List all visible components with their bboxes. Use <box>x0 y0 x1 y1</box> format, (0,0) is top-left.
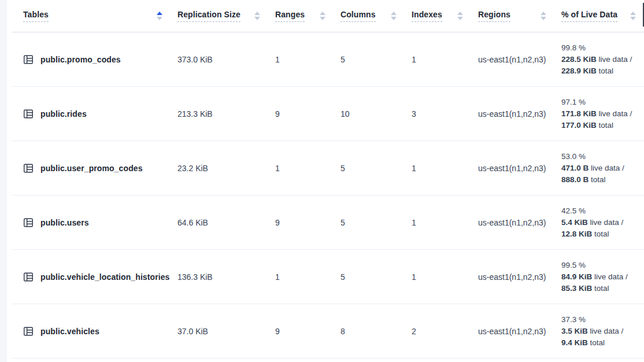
live-data-percent: 99.5 % <box>561 260 586 271</box>
table-name-cell: public.promo_codes <box>12 32 171 86</box>
ranges-cell: 1 <box>268 32 334 86</box>
columns-cell: 5 <box>334 32 405 86</box>
total-data-size: 228.9 KiB total <box>561 65 613 77</box>
total-data-size: 888.0 B total <box>561 174 606 186</box>
table-name-cell: public.user_promo_codes <box>12 141 171 195</box>
indexes-cell: 1 <box>405 32 471 86</box>
columns-cell: 5 <box>334 250 405 304</box>
table-icon <box>23 163 34 173</box>
replication-size-cell: 136.3 KiB <box>171 250 268 304</box>
column-header-label: % of Live Data <box>561 10 617 22</box>
column-header-regions[interactable]: Regions <box>471 0 554 32</box>
page-left-gutter <box>0 0 7 362</box>
regions-cell: us-east1(n1,n2,n3) <box>471 250 554 304</box>
table-name-link[interactable]: public.rides <box>40 109 87 119</box>
column-header-replication-size[interactable]: Replication Size <box>171 0 268 32</box>
live-data-cell: 99.8 % 228.5 KiB live data / 228.9 KiB t… <box>554 32 644 86</box>
live-data-size: 171.8 KiB live data / <box>561 108 632 120</box>
table-name-cell: public.vehicle_location_histories <box>12 250 171 304</box>
indexes-cell: 3 <box>405 87 471 141</box>
live-data-cell: 37.3 % 3.5 KiB live data / 9.4 KiB total <box>554 304 644 358</box>
table-row[interactable]: public.rides 213.3 KiB 9 10 3 us-east1(n… <box>12 87 644 141</box>
table-row[interactable]: public.vehicle_location_histories 136.3 … <box>12 250 644 304</box>
table-name-link[interactable]: public.promo_codes <box>40 55 121 64</box>
replication-size-cell: 37.0 KiB <box>171 304 268 358</box>
ranges-cell: 1 <box>268 250 334 304</box>
live-data-cell: 99.5 % 84.9 KiB live data / 85.3 KiB tot… <box>554 250 644 304</box>
live-data-percent: 42.5 % <box>561 205 586 217</box>
column-header-pct-live-data[interactable]: % of Live Data <box>554 0 644 32</box>
column-header-label: Regions <box>478 10 510 22</box>
table-icon <box>23 217 34 228</box>
table-header-row: Tables Replication Size Ranges Columns I… <box>12 0 644 32</box>
total-data-size: 85.3 KiB total <box>561 283 609 294</box>
table-name-cell: public.rides <box>12 87 171 141</box>
column-header-tables[interactable]: Tables <box>12 0 171 32</box>
column-header-label: Columns <box>340 10 376 22</box>
table-row[interactable]: public.vehicles 37.0 KiB 9 8 2 us-east1(… <box>12 304 644 359</box>
table-name-cell: public.vehicles <box>12 304 171 358</box>
database-tables-table: Tables Replication Size Ranges Columns I… <box>12 0 644 359</box>
column-header-label: Replication Size <box>177 10 240 22</box>
replication-size-cell: 23.2 KiB <box>171 141 268 195</box>
live-data-size: 3.5 KiB live data / <box>561 326 623 337</box>
column-header-indexes[interactable]: Indexes <box>405 0 471 32</box>
sort-arrows-icon[interactable] <box>254 12 260 20</box>
live-data-cell: 97.1 % 171.8 KiB live data / 177.0 KiB t… <box>554 87 644 141</box>
table-name-link[interactable]: public.users <box>40 218 89 227</box>
live-data-size: 5.4 KiB live data / <box>561 217 623 228</box>
table-icon <box>23 109 34 119</box>
ranges-cell: 1 <box>268 141 334 195</box>
ranges-cell: 9 <box>268 87 334 141</box>
columns-cell: 8 <box>334 304 405 358</box>
column-header-columns[interactable]: Columns <box>334 0 405 32</box>
table-row[interactable]: public.user_promo_codes 23.2 KiB 1 5 1 u… <box>12 141 644 195</box>
regions-cell: us-east1(n1,n2,n3) <box>471 87 554 141</box>
table-icon <box>23 272 34 282</box>
column-header-ranges[interactable]: Ranges <box>268 0 334 32</box>
table-body: public.promo_codes 373.0 KiB 1 5 1 us-ea… <box>12 32 644 359</box>
column-header-label: Tables <box>23 10 49 22</box>
total-data-size: 12.8 KiB total <box>561 228 609 240</box>
sort-arrows-icon[interactable] <box>630 12 636 20</box>
live-data-percent: 99.8 % <box>561 42 586 54</box>
table-icon <box>23 54 34 65</box>
table-row[interactable]: public.promo_codes 373.0 KiB 1 5 1 us-ea… <box>12 32 644 87</box>
replication-size-cell: 213.3 KiB <box>171 87 268 141</box>
column-header-label: Indexes <box>412 10 442 22</box>
indexes-cell: 1 <box>405 195 471 249</box>
sort-arrows-icon[interactable] <box>320 12 325 20</box>
live-data-cell: 42.5 % 5.4 KiB live data / 12.8 KiB tota… <box>554 195 644 249</box>
replication-size-cell: 373.0 KiB <box>171 32 268 86</box>
table-name-link[interactable]: public.user_promo_codes <box>40 164 143 173</box>
columns-cell: 5 <box>334 195 405 249</box>
regions-cell: us-east1(n1,n2,n3) <box>471 32 554 86</box>
table-row[interactable]: public.users 64.6 KiB 9 5 1 us-east1(n1,… <box>12 195 644 250</box>
table-name-link[interactable]: public.vehicle_location_histories <box>40 272 169 282</box>
sort-arrows-icon[interactable] <box>391 12 397 20</box>
ranges-cell: 9 <box>268 304 334 358</box>
replication-size-cell: 64.6 KiB <box>171 195 268 249</box>
live-data-size: 228.5 KiB live data / <box>561 54 632 65</box>
live-data-percent: 97.1 % <box>561 97 586 108</box>
indexes-cell: 1 <box>405 250 471 304</box>
sort-arrows-icon[interactable] <box>541 12 546 20</box>
indexes-cell: 1 <box>405 141 471 195</box>
columns-cell: 10 <box>334 87 405 141</box>
total-data-size: 9.4 KiB total <box>561 337 605 349</box>
db-console-tables-page: Tables Replication Size Ranges Columns I… <box>0 0 644 362</box>
column-header-label: Ranges <box>275 10 305 22</box>
table-name-link[interactable]: public.vehicles <box>40 327 99 336</box>
live-data-percent: 53.0 % <box>561 151 586 162</box>
table-name-cell: public.users <box>12 195 171 249</box>
regions-cell: us-east1(n1,n2,n3) <box>471 304 554 358</box>
live-data-cell: 53.0 % 471.0 B live data / 888.0 B total <box>554 141 644 195</box>
table-icon <box>23 326 34 337</box>
sort-arrows-icon[interactable] <box>457 12 463 20</box>
sort-arrows-icon[interactable] <box>157 12 162 20</box>
regions-cell: us-east1(n1,n2,n3) <box>471 141 554 195</box>
total-data-size: 177.0 KiB total <box>561 120 613 131</box>
live-data-size: 471.0 B live data / <box>561 162 624 174</box>
regions-cell: us-east1(n1,n2,n3) <box>471 195 554 249</box>
live-data-size: 84.9 KiB live data / <box>561 271 628 283</box>
